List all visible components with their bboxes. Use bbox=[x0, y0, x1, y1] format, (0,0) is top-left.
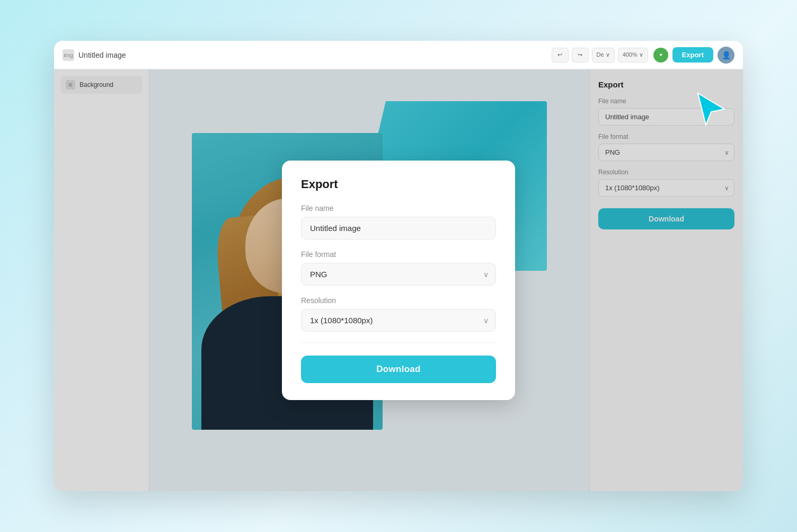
zoom-button[interactable]: 400% ∨ bbox=[618, 48, 648, 63]
undo-button[interactable]: ↩ bbox=[552, 48, 569, 63]
modal-resolution-wrapper: 1x (1080*1080px) 2x (2160*2160px) 0.5x (… bbox=[301, 309, 496, 332]
modal-resolution-label: Resolution bbox=[301, 296, 496, 305]
export-modal: Export File name File format PNG JPG SVG… bbox=[282, 161, 515, 400]
document-title: Untitled image bbox=[78, 51, 126, 59]
main-area: ⊞ Background bbox=[54, 69, 743, 491]
modal-title: Export bbox=[301, 178, 496, 191]
title-bar-center: ↩ ↪ De ∨ 400% ∨ bbox=[552, 48, 648, 63]
app-icon: img bbox=[63, 49, 74, 61]
modal-file-format-select[interactable]: PNG JPG SVG PDF WebP bbox=[301, 263, 496, 286]
modal-resolution-select[interactable]: 1x (1080*1080px) 2x (2160*2160px) 0.5x (… bbox=[301, 309, 496, 332]
modal-file-name-label: File name bbox=[301, 204, 496, 212]
user-avatar[interactable]: 👤 bbox=[718, 47, 734, 64]
export-button[interactable]: Export bbox=[672, 47, 713, 63]
modal-file-format-wrapper: PNG JPG SVG PDF WebP ∨ bbox=[301, 263, 496, 286]
redo-button[interactable]: ↪ bbox=[572, 48, 589, 63]
modal-divider bbox=[301, 342, 496, 343]
title-bar-right: ✦ Export 👤 bbox=[653, 47, 734, 64]
design-button[interactable]: De ∨ bbox=[592, 48, 615, 63]
title-bar: img Untitled image ↩ ↪ De ∨ 400% ∨ ✦ Exp… bbox=[54, 41, 743, 69]
modal-download-button[interactable]: Download bbox=[301, 356, 496, 383]
modal-file-name-input[interactable] bbox=[301, 217, 496, 240]
app-window: img Untitled image ↩ ↪ De ∨ 400% ∨ ✦ Exp… bbox=[54, 41, 743, 491]
modal-file-format-label: File format bbox=[301, 250, 496, 259]
status-dot: ✦ bbox=[653, 48, 668, 63]
title-bar-left: img Untitled image bbox=[63, 49, 546, 61]
modal-overlay[interactable]: Export File name File format PNG JPG SVG… bbox=[54, 69, 743, 491]
